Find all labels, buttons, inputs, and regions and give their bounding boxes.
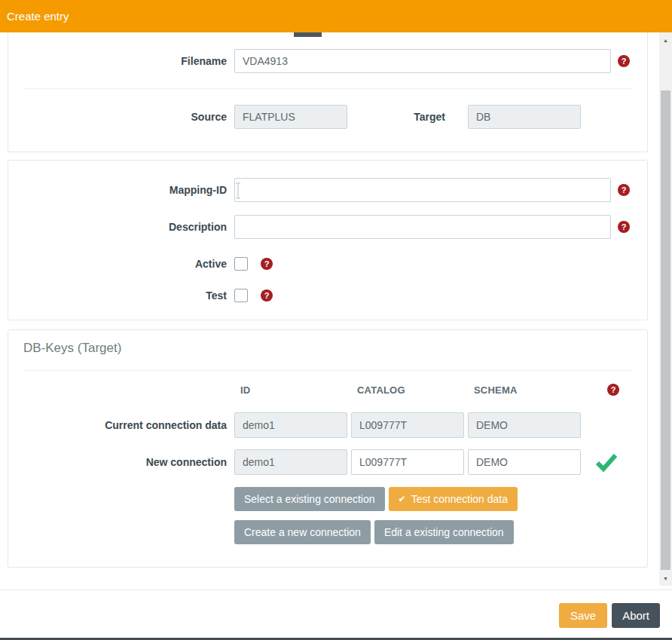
current-connection-label: Current connection data xyxy=(8,419,227,431)
column-header-catalog: CATALOG xyxy=(351,384,464,396)
filename-input[interactable] xyxy=(234,49,611,73)
current-schema-input xyxy=(468,412,581,438)
panel-mapping-settings: Mapping-ID ? Description ? Active ? Test xyxy=(8,160,648,320)
section-divider xyxy=(23,370,632,371)
source-label: Source xyxy=(8,111,227,123)
target-input xyxy=(468,105,581,129)
current-connection-row: Current connection data xyxy=(8,412,647,438)
source-target-row: Source Target xyxy=(8,105,647,129)
filename-row: Filename ? xyxy=(8,49,647,73)
select-existing-connection-button[interactable]: Select a existing connection xyxy=(234,487,385,511)
db-keys-heading: DB-Keys (Target) xyxy=(23,341,632,356)
create-entry-dialog: Filename ? Source Target Mapping-ID ? xyxy=(0,0,672,640)
test-connection-data-button[interactable]: ✔ Test connection data xyxy=(389,487,518,511)
mapping-id-row: Mapping-ID ? xyxy=(8,178,647,202)
check-icon: ✔ xyxy=(399,494,406,504)
create-new-connection-label: Create a new connection xyxy=(244,526,361,538)
test-checkbox[interactable] xyxy=(234,289,248,302)
test-row: Test ? xyxy=(8,289,647,302)
dialog-titlebar: Create entry xyxy=(0,0,672,32)
new-connection-row: New connection xyxy=(8,449,647,475)
dialog-title: Create entry xyxy=(7,10,69,23)
edit-existing-connection-label: Edit a existing connection xyxy=(384,526,504,538)
test-label: Test xyxy=(8,289,227,302)
active-checkbox[interactable] xyxy=(234,257,248,271)
column-header-schema: SCHEMA xyxy=(468,384,581,396)
active-row: Active ? xyxy=(8,257,647,271)
vertical-scrollbar[interactable]: ▲ ▼ xyxy=(659,32,672,586)
mapping-id-label: Mapping-ID xyxy=(8,184,227,196)
column-header-id: ID xyxy=(234,384,347,396)
select-existing-connection-label: Select a existing connection xyxy=(244,493,375,505)
help-icon[interactable]: ? xyxy=(261,289,273,302)
mapping-id-input[interactable] xyxy=(234,178,611,202)
current-catalog-input xyxy=(351,412,464,438)
new-id-input xyxy=(234,449,347,475)
edit-existing-connection-button[interactable]: Edit a existing connection xyxy=(374,520,514,544)
save-button[interactable]: Save xyxy=(559,603,607,628)
target-label: Target xyxy=(370,111,445,123)
help-icon[interactable]: ? xyxy=(618,221,630,233)
help-icon[interactable]: ? xyxy=(618,184,630,196)
new-connection-label: New connection xyxy=(8,456,227,468)
filename-label: Filename xyxy=(8,55,227,67)
scroll-down-arrow-icon[interactable]: ▼ xyxy=(659,572,672,584)
help-icon[interactable]: ? xyxy=(261,258,273,270)
new-catalog-input[interactable] xyxy=(351,449,464,475)
scroll-up-arrow-icon[interactable]: ▲ xyxy=(659,34,672,46)
help-icon[interactable]: ? xyxy=(618,55,630,67)
connection-valid-check-icon xyxy=(594,453,618,472)
db-keys-column-headers: ID CATALOG SCHEMA ? xyxy=(8,384,647,396)
panel-general: Filename ? Source Target xyxy=(8,32,648,152)
dialog-scroll-area: Filename ? Source Target Mapping-ID ? xyxy=(0,32,659,586)
new-schema-input[interactable] xyxy=(468,449,581,475)
dialog-footer: Save Abort xyxy=(0,589,672,638)
help-icon[interactable]: ? xyxy=(607,384,619,396)
description-label: Description xyxy=(8,221,227,233)
connection-buttons-row-1: Select a existing connection ✔ Test conn… xyxy=(234,487,647,511)
active-label: Active xyxy=(8,258,227,270)
connection-buttons-row-2: Create a new connection Edit a existing … xyxy=(234,520,647,544)
create-new-connection-button[interactable]: Create a new connection xyxy=(234,520,371,544)
test-connection-data-label: Test connection data xyxy=(411,493,508,505)
section-divider xyxy=(23,88,632,89)
current-id-input xyxy=(234,412,347,438)
scrollbar-thumb[interactable] xyxy=(661,90,670,570)
active-tab-indicator xyxy=(294,32,322,37)
abort-button[interactable]: Abort xyxy=(612,603,660,628)
panel-db-keys: DB-Keys (Target) ID CATALOG SCHEMA ? Cur… xyxy=(8,329,648,568)
source-input xyxy=(234,105,347,129)
description-input[interactable] xyxy=(234,215,611,239)
description-row: Description ? xyxy=(8,215,647,239)
